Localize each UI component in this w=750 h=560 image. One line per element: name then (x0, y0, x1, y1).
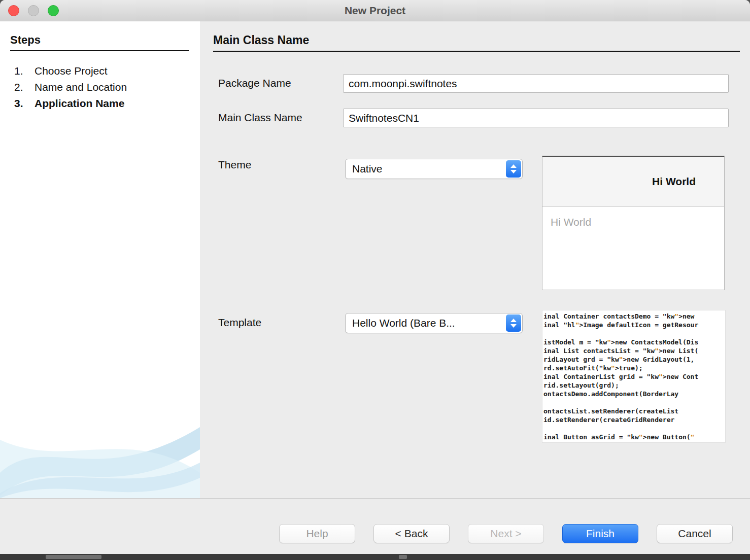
cancel-button[interactable]: Cancel (657, 524, 733, 543)
template-code-preview: inal Container contactsDemo = "kw">new i… (542, 310, 726, 443)
steps-heading: Steps (10, 33, 41, 47)
stepper-arrows-icon (506, 314, 521, 332)
panel-title: Main Class Name (213, 33, 309, 47)
steps-heading-rule (10, 50, 189, 51)
step-number: 1. (14, 65, 23, 77)
next-button[interactable]: Next > (468, 524, 544, 543)
theme-select[interactable]: Native (345, 159, 523, 179)
theme-preview-titlebar-text: Hi World (542, 157, 724, 207)
code-line (543, 398, 725, 407)
theme-select-value: Native (352, 163, 383, 175)
step-item-choose-project: 1. Choose Project (0, 65, 200, 80)
code-line (543, 424, 725, 433)
step-item-application-name: 3. Application Name (0, 97, 200, 113)
step-label: Name and Location (35, 81, 127, 93)
window-titlebar: New Project (0, 0, 750, 21)
stepper-arrows-icon (506, 160, 521, 178)
theme-label: Theme (218, 159, 251, 171)
panel-title-rule (213, 51, 740, 52)
package-name-label: Package Name (218, 77, 291, 89)
code-line: ontactsList.setRenderer(createList (543, 407, 725, 415)
dialog-footer: Help < Back Next > Finish Cancel (0, 498, 750, 554)
code-line: rid.setLayout(grd); (543, 381, 725, 390)
code-line: ridLayout grd = "kw">new GridLayout(1, (543, 355, 725, 364)
code-line: inal Container contactsDemo = "kw">new (543, 312, 725, 321)
code-line: rd.setAutoFit("kw">true); (543, 364, 725, 372)
window-title: New Project (0, 5, 750, 17)
code-line: id.setRenderer(createGridRenderer (543, 415, 725, 424)
finish-button[interactable]: Finish (562, 524, 638, 543)
template-select-value: Hello World (Bare B... (352, 317, 455, 329)
main-panel: Main Class Name Package Name Main Class … (200, 21, 750, 498)
code-line: inal ContainerList grid = "kw">new Cont (543, 372, 725, 381)
code-line: inal List contactsList = "kw">new List( (543, 346, 725, 355)
code-line: ontactsDemo.addComponent(BorderLay (543, 390, 725, 398)
theme-preview-image: Hi World Hi World (542, 156, 725, 290)
theme-preview-body-text: Hi World (542, 207, 724, 228)
back-button[interactable]: < Back (373, 524, 450, 543)
code-line: inal Button asGrid = "kw">new Button(" (543, 433, 725, 441)
obscured-window-strip (0, 554, 750, 560)
code-line (543, 329, 725, 338)
step-number: 2. (14, 81, 23, 93)
step-item-name-and-location: 2. Name and Location (0, 81, 200, 96)
code-line: inal "hl">Image defaultIcon = getResour (543, 321, 725, 329)
obscured-content (46, 555, 101, 559)
template-select[interactable]: Hello World (Bare B... (345, 313, 523, 333)
step-label: Choose Project (35, 65, 108, 77)
new-project-dialog: New Project Steps 1. Choose Project 2. N… (0, 0, 750, 560)
main-class-name-label: Main Class Name (218, 112, 302, 124)
help-button[interactable]: Help (279, 524, 355, 543)
package-name-input[interactable] (343, 74, 729, 93)
step-label: Application Name (35, 97, 124, 110)
obscured-content (399, 555, 407, 559)
template-label: Template (218, 317, 261, 329)
step-number: 3. (14, 97, 23, 110)
steps-sidebar: Steps 1. Choose Project 2. Name and Loca… (0, 21, 200, 498)
code-line: istModel m = "kw">new ContactsModel(Dis (543, 338, 725, 346)
main-class-name-input[interactable] (343, 109, 729, 127)
watermark-graphic (0, 397, 200, 498)
